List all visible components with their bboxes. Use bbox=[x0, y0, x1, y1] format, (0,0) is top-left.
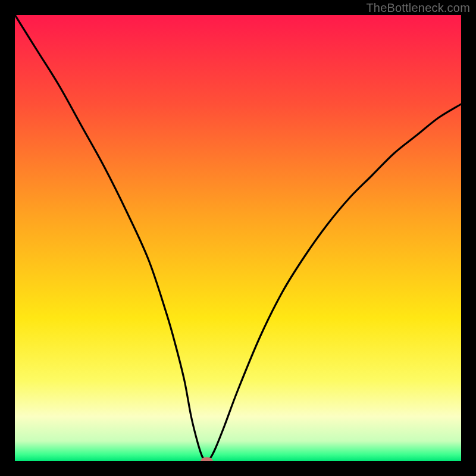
chart-background bbox=[15, 15, 461, 461]
chart-plot-area bbox=[15, 15, 461, 461]
chart-frame: TheBottleneck.com bbox=[0, 0, 476, 476]
watermark-text: TheBottleneck.com bbox=[366, 1, 470, 15]
chart-svg bbox=[15, 15, 461, 461]
